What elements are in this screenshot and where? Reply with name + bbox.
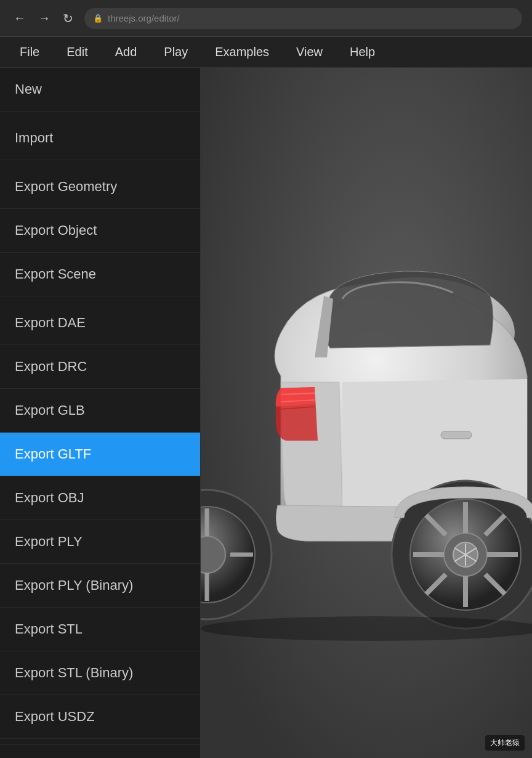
menu-item-export-gltf[interactable]: Export GLTF [0,433,200,476]
menu-item-export-usdz[interactable]: Export USDZ [0,695,200,739]
menu-add[interactable]: Add [102,40,151,64]
forward-button[interactable]: → [34,9,54,28]
menu-item-publish[interactable]: Publish [0,744,200,758]
back-button[interactable]: ← [10,9,30,28]
menu-item-export-stl-binary[interactable]: Export STL (Binary) [0,651,200,695]
svg-point-29 [201,616,532,641]
menu-help[interactable]: Help [336,40,389,64]
menu-item-export-ply-binary[interactable]: Export PLY (Binary) [0,564,200,608]
browser-chrome: ← → ↻ 🔒 threejs.org/editor/ [0,0,532,37]
menu-item-new[interactable]: New [0,68,200,112]
menu-item-export-obj[interactable]: Export OBJ [0,476,200,520]
menu-item-export-stl[interactable]: Export STL [0,608,200,651]
nav-buttons: ← → ↻ [10,9,77,28]
threejs-viewport[interactable]: 大帅老猿 [201,68,532,758]
menu-play[interactable]: Play [150,40,201,64]
menu-item-export-dae[interactable]: Export DAE [0,301,200,345]
menu-edit[interactable]: Edit [53,40,101,64]
menu-item-export-scene[interactable]: Export Scene [0,253,200,296]
address-bar[interactable]: 🔒 threejs.org/editor/ [84,8,522,29]
lock-icon: 🔒 [93,14,103,23]
menu-view[interactable]: View [283,40,336,64]
car-render [201,68,532,758]
menu-item-export-ply[interactable]: Export PLY [0,520,200,564]
address-text: threejs.org/editor/ [108,13,180,23]
main-layout: New Import Export Geometry Export Object… [0,68,532,758]
svg-rect-2 [441,431,472,439]
menu-item-export-drc[interactable]: Export DRC [0,345,200,389]
menu-file[interactable]: File [6,40,53,64]
menu-bar: File Edit Add Play Examples View Help [0,37,532,68]
menu-item-export-geometry[interactable]: Export Geometry [0,165,200,209]
file-menu-dropdown: New Import Export Geometry Export Object… [0,68,201,758]
menu-item-export-object[interactable]: Export Object [0,209,200,253]
reload-button[interactable]: ↻ [59,9,77,28]
menu-item-import[interactable]: Import [0,116,200,160]
watermark: 大帅老猿 [485,735,525,751]
menu-item-export-glb[interactable]: Export GLB [0,389,200,433]
menu-examples[interactable]: Examples [201,40,283,64]
